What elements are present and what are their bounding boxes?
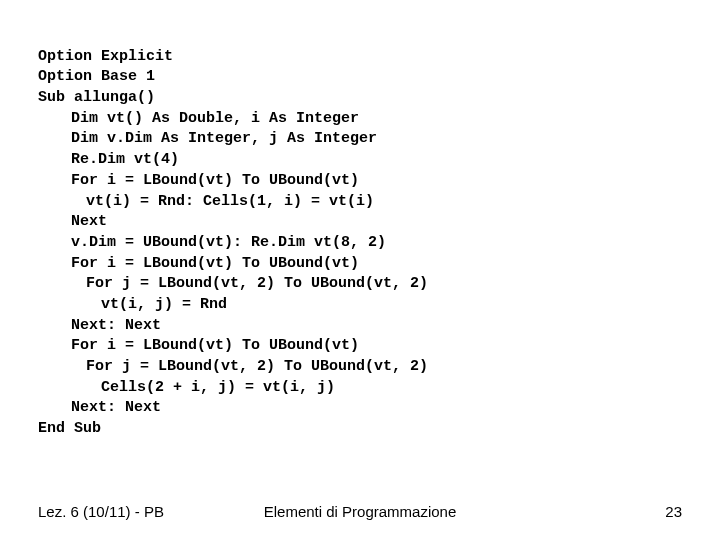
code-line: vt(i, j) = Rnd xyxy=(38,295,227,316)
code-line: Dim v.Dim As Integer, j As Integer xyxy=(38,129,377,150)
slide: Option Explicit Option Base 1 Sub allung… xyxy=(0,0,720,540)
code-line: For j = LBound(vt, 2) To UBound(vt, 2) xyxy=(38,274,428,295)
code-line: For i = LBound(vt) To UBound(vt) xyxy=(38,336,359,357)
footer-left: Lez. 6 (10/11) - PB xyxy=(38,503,164,520)
code-line: Next xyxy=(38,212,107,233)
code-line: Cells(2 + i, j) = vt(i, j) xyxy=(38,378,335,399)
code-block: Option Explicit Option Base 1 Sub allung… xyxy=(38,26,682,460)
code-line: Re.Dim vt(4) xyxy=(38,150,179,171)
code-line: vt(i) = Rnd: Cells(1, i) = vt(i) xyxy=(38,192,374,213)
code-line: For i = LBound(vt) To UBound(vt) xyxy=(38,171,359,192)
footer: Lez. 6 (10/11) - PB Elementi di Programm… xyxy=(38,503,682,520)
code-line: Sub allunga() xyxy=(38,89,155,106)
code-line: Option Base 1 xyxy=(38,68,155,85)
code-line: Next: Next xyxy=(38,316,161,337)
code-line: Option Explicit xyxy=(38,48,173,65)
code-line: v.Dim = UBound(vt): Re.Dim vt(8, 2) xyxy=(38,233,386,254)
code-line: Dim vt() As Double, i As Integer xyxy=(38,109,359,130)
code-line: For j = LBound(vt, 2) To UBound(vt, 2) xyxy=(38,357,428,378)
page-number: 23 xyxy=(665,503,682,520)
code-line: End Sub xyxy=(38,420,101,437)
code-line: For i = LBound(vt) To UBound(vt) xyxy=(38,254,359,275)
code-line: Next: Next xyxy=(38,398,161,419)
